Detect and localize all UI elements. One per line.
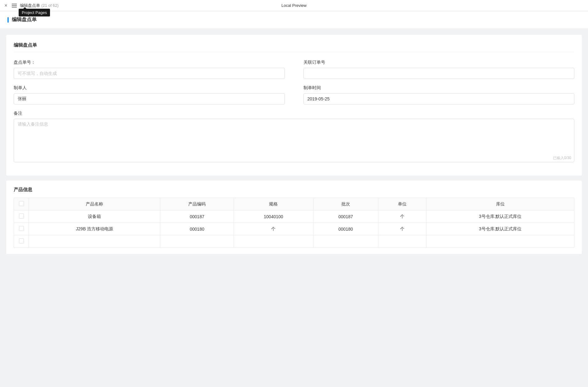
title-bar-title: 编辑盘点单 <box>20 3 40 8</box>
table-card-title: 产品信息 <box>14 187 574 193</box>
create-time-label: 制单时间 <box>303 85 575 91</box>
col-header-location: 库位 <box>426 198 574 210</box>
row-checkbox-cell <box>14 235 29 248</box>
row-spec-0: 10040100 <box>234 210 313 223</box>
table-row <box>14 235 574 248</box>
row-name-2 <box>29 235 160 248</box>
col-header-unit: 单位 <box>378 198 426 210</box>
menu-button[interactable] <box>11 2 17 9</box>
related-order-input[interactable] <box>303 68 575 79</box>
row-checkbox-1[interactable] <box>19 226 24 231</box>
row-code-0: 000187 <box>160 210 234 223</box>
page-title: 编辑盘点单 <box>12 16 37 23</box>
project-pages-tooltip: Project Pages <box>19 9 50 16</box>
main-content: 编辑盘点单 盘点单号： 关联订单号 制单人 制单时间 <box>0 29 588 387</box>
col-header-name: 产品名称 <box>29 198 160 210</box>
page-header: 编辑盘点单 <box>0 11 588 29</box>
form-row-1: 盘点单号： 关联订单号 <box>14 60 574 79</box>
select-all-checkbox[interactable] <box>19 201 24 206</box>
row-checkbox-2[interactable] <box>19 238 24 243</box>
row-spec-1: 个 <box>234 223 313 235</box>
header-accent-bar <box>7 17 9 23</box>
remarks-count: 已输入0/30 <box>553 155 571 161</box>
row-location-1: 3号仓库.默认正式库位 <box>426 223 574 235</box>
row-unit-0: 个 <box>378 210 426 223</box>
row-name-1: J29B 浩方移动电源 <box>29 223 160 235</box>
form-group-related-order: 关联订单号 <box>303 60 575 79</box>
row-batch-1: 000180 <box>313 223 378 235</box>
row-batch-2 <box>313 235 378 248</box>
creator-input[interactable] <box>14 93 285 104</box>
table-row: 设备箱 000187 10040100 000187 个 3号仓库.默认正式库位 <box>14 210 574 223</box>
row-checkbox-cell <box>14 223 29 235</box>
close-button[interactable]: × <box>3 3 9 8</box>
inventory-no-input[interactable] <box>14 68 285 79</box>
title-bar-preview: Local Preview <box>281 3 307 8</box>
form-card: 编辑盘点单 盘点单号： 关联订单号 制单人 制单时间 <box>6 35 582 176</box>
remarks-textarea[interactable] <box>14 119 574 162</box>
row-code-1: 000180 <box>160 223 234 235</box>
table-header-row: 产品名称 产品编码 规格 批次 单位 库位 <box>14 198 574 210</box>
form-row-2: 制单人 制单时间 <box>14 85 574 104</box>
remarks-label: 备注 <box>14 111 574 116</box>
product-table: 产品名称 产品编码 规格 批次 单位 库位 设备箱 000187 1004010… <box>14 198 574 248</box>
form-group-create-time: 制单时间 <box>303 85 575 104</box>
form-group-creator: 制单人 <box>14 85 285 104</box>
title-bar-count: (21 of 62) <box>41 3 59 8</box>
row-unit-1: 个 <box>378 223 426 235</box>
row-location-2 <box>426 235 574 248</box>
row-checkbox-0[interactable] <box>19 214 24 219</box>
row-unit-2 <box>378 235 426 248</box>
form-card-title: 编辑盘点单 <box>14 42 574 52</box>
form-group-inventory-no: 盘点单号： <box>14 60 285 79</box>
col-header-batch: 批次 <box>313 198 378 210</box>
row-name-0: 设备箱 <box>29 210 160 223</box>
related-order-label: 关联订单号 <box>303 60 575 65</box>
table-row: J29B 浩方移动电源 000180 个 000180 个 3号仓库.默认正式库… <box>14 223 574 235</box>
creator-label: 制单人 <box>14 85 285 91</box>
textarea-wrapper: 已输入0/30 <box>14 119 574 163</box>
col-header-spec: 规格 <box>234 198 313 210</box>
inventory-no-label: 盘点单号： <box>14 60 285 65</box>
table-card: 产品信息 产品名称 产品编码 规格 批次 单位 库位 <box>6 181 582 254</box>
row-batch-0: 000187 <box>313 210 378 223</box>
create-time-input[interactable] <box>303 93 575 104</box>
table-header-checkbox <box>14 198 29 210</box>
row-location-0: 3号仓库.默认正式库位 <box>426 210 574 223</box>
title-bar: × 编辑盘点单 (21 of 62) Local Preview <box>0 0 588 11</box>
col-header-code: 产品编码 <box>160 198 234 210</box>
row-code-2 <box>160 235 234 248</box>
row-checkbox-cell <box>14 210 29 223</box>
row-spec-2 <box>234 235 313 248</box>
form-group-remarks: 备注 已输入0/30 <box>14 111 574 163</box>
